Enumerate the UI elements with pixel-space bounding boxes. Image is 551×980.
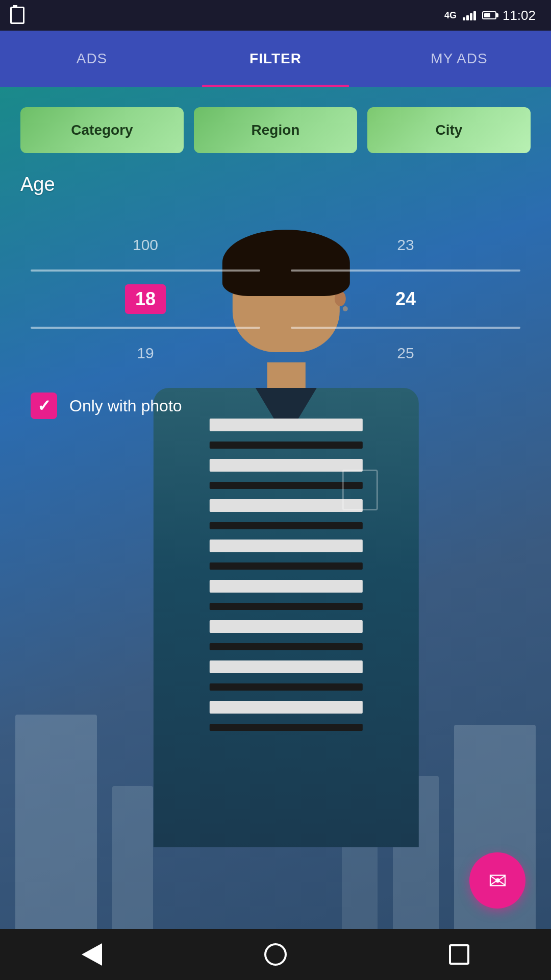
nav-home-button[interactable] — [260, 939, 291, 970]
recent-square-icon — [449, 944, 469, 965]
max-age-slider-group: 23 24 25 — [291, 236, 520, 362]
home-circle-icon — [264, 943, 287, 966]
sliders-section: 100 18 19 23 24 25 — [20, 236, 531, 362]
message-fab-button[interactable]: ✉ — [469, 852, 525, 909]
filter-area: Category Region City Age 100 18 19 — [0, 87, 551, 419]
signal-strength-icon — [463, 10, 476, 20]
max-age-below-value: 25 — [397, 345, 414, 362]
region-button[interactable]: Region — [194, 107, 357, 153]
max-age-current-value[interactable]: 24 — [385, 284, 426, 314]
back-arrow-icon — [82, 943, 102, 966]
notification-icon — [10, 7, 24, 24]
city-button[interactable]: City — [367, 107, 531, 153]
nav-recent-button[interactable] — [444, 939, 474, 970]
min-age-slider-group: 100 18 19 — [31, 236, 260, 362]
battery-icon — [482, 11, 496, 19]
min-age-below-value: 19 — [137, 345, 154, 362]
filter-buttons-row: Category Region City — [20, 107, 531, 153]
tab-my-ads[interactable]: MY ADS — [367, 31, 551, 87]
mail-icon: ✉ — [488, 868, 507, 894]
main-content: Category Region City Age 100 18 19 — [0, 87, 551, 980]
only-with-photo-checkbox[interactable]: ✓ — [31, 393, 57, 419]
only-with-photo-label: Only with photo — [69, 397, 182, 415]
tab-bar: ADS FILTER MY ADS — [0, 31, 551, 87]
network-type: 4G — [444, 10, 457, 21]
only-with-photo-row: ✓ Only with photo — [20, 393, 531, 419]
tab-ads[interactable]: ADS — [0, 31, 184, 87]
bottom-nav — [0, 929, 551, 980]
min-age-current-value[interactable]: 18 — [125, 284, 166, 314]
nav-back-button[interactable] — [77, 939, 107, 970]
status-time: 11:02 — [503, 8, 536, 23]
min-age-above-value: 100 — [133, 236, 158, 254]
status-icons: 4G 11:02 — [444, 8, 536, 23]
status-bar: 4G 11:02 — [0, 0, 551, 31]
tab-filter[interactable]: FILTER — [184, 31, 367, 87]
sd-card-icon — [10, 7, 24, 24]
age-section-label: Age — [20, 174, 531, 195]
category-button[interactable]: Category — [20, 107, 184, 153]
max-age-above-value: 23 — [397, 236, 414, 254]
